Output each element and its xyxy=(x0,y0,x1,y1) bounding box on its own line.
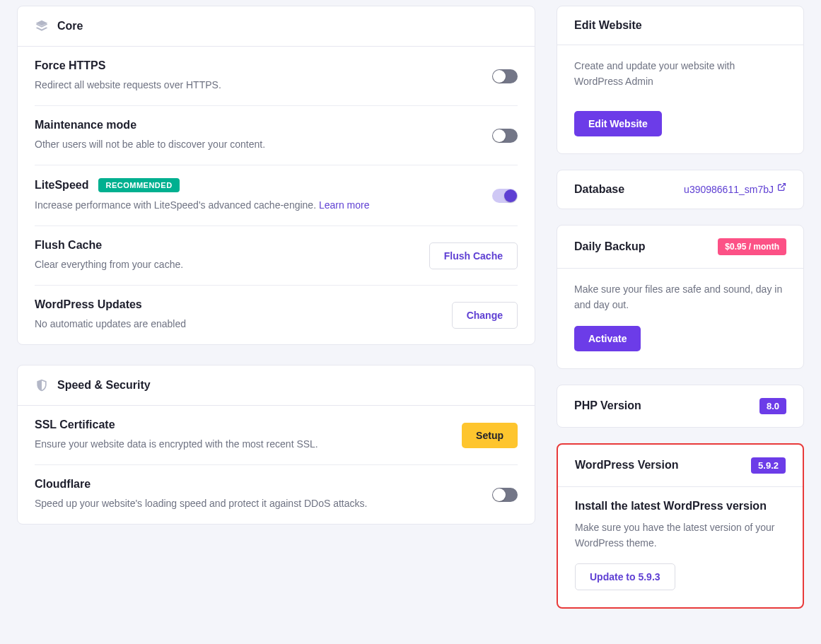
wp-updates-title: WordPress Updates xyxy=(35,298,438,311)
daily-backup-price-badge: $0.95 / month xyxy=(718,238,786,255)
ssl-title: SSL Certificate xyxy=(35,418,448,431)
force-https-toggle[interactable] xyxy=(492,69,518,83)
daily-backup-desc: Make sure your files are safe and sound,… xyxy=(574,281,786,313)
shield-icon xyxy=(35,378,49,392)
edit-website-title: Edit Website xyxy=(574,19,642,32)
core-title: Core xyxy=(57,20,83,33)
edit-website-desc: Create and update your website with Word… xyxy=(574,58,786,90)
force-https-title: Force HTTPS xyxy=(35,59,478,72)
ssl-desc: Ensure your website data is encrypted wi… xyxy=(35,437,448,452)
litespeed-desc: Increase performance with LiteSpeed's ad… xyxy=(35,198,478,213)
wp-updates-desc: No automatic updates are enabled xyxy=(35,317,438,332)
database-value: u390986611_sm7bJ xyxy=(684,184,774,195)
daily-backup-card: Daily Backup $0.95 / month Make sure you… xyxy=(557,225,804,369)
wp-install-title: Install the latest WordPress version xyxy=(575,500,786,513)
maintenance-row: Maintenance mode Other users will not be… xyxy=(35,106,518,165)
litespeed-title-row: LiteSpeed RECOMMENDED xyxy=(35,178,478,192)
edit-website-header: Edit Website xyxy=(557,6,803,45)
layers-icon xyxy=(35,19,49,33)
speed-security-card: Speed & Security SSL Certificate Ensure … xyxy=(17,365,535,525)
wp-install-desc: Make sure you have the latest version of… xyxy=(575,520,786,551)
litespeed-toggle[interactable] xyxy=(492,189,518,203)
core-card-header: Core xyxy=(18,6,535,47)
speed-security-title: Speed & Security xyxy=(57,379,151,392)
wp-updates-row: WordPress Updates No automatic updates a… xyxy=(35,286,518,344)
force-https-desc: Redirect all website requests over HTTPS… xyxy=(35,78,478,93)
ssl-setup-button[interactable]: Setup xyxy=(462,423,518,448)
litespeed-row: LiteSpeed RECOMMENDED Increase performan… xyxy=(35,165,518,226)
wp-version-card: WordPress Version 5.9.2 Install the late… xyxy=(557,443,804,609)
activate-backup-button[interactable]: Activate xyxy=(574,326,641,351)
wp-version-title: WordPress Version xyxy=(575,459,678,472)
edit-website-button[interactable]: Edit Website xyxy=(574,111,662,136)
core-card: Core Force HTTPS Redirect all website re… xyxy=(17,6,535,345)
force-https-row: Force HTTPS Redirect all website request… xyxy=(35,47,518,106)
ssl-row: SSL Certificate Ensure your website data… xyxy=(35,406,518,465)
daily-backup-title: Daily Backup xyxy=(574,240,645,253)
edit-website-card: Edit Website Create and update your webs… xyxy=(557,6,804,154)
php-version-card: PHP Version 8.0 xyxy=(557,385,804,428)
wp-version-badge: 5.9.2 xyxy=(751,457,786,474)
wp-version-header: WordPress Version 5.9.2 xyxy=(558,445,803,487)
flush-cache-desc: Clear everything from your cache. xyxy=(35,257,415,272)
cloudflare-desc: Speed up your website's loading speed an… xyxy=(35,496,478,511)
database-title: Database xyxy=(574,183,624,196)
cloudflare-row: Cloudflare Speed up your website's loadi… xyxy=(35,465,518,524)
external-link-icon xyxy=(777,182,786,192)
maintenance-title: Maintenance mode xyxy=(35,119,478,131)
cloudflare-toggle[interactable] xyxy=(492,488,518,502)
speed-security-header: Speed & Security xyxy=(18,365,535,406)
wp-update-button[interactable]: Update to 5.9.3 xyxy=(575,563,675,590)
recommended-badge: RECOMMENDED xyxy=(98,178,179,192)
flush-cache-title: Flush Cache xyxy=(35,239,415,252)
database-link[interactable]: u390986611_sm7bJ xyxy=(684,184,786,195)
litespeed-learn-more-link[interactable]: Learn more xyxy=(319,199,370,211)
cloudflare-title: Cloudflare xyxy=(35,478,478,491)
flush-cache-button[interactable]: Flush Cache xyxy=(429,242,518,269)
php-version-title: PHP Version xyxy=(574,399,641,412)
database-card: Database u390986611_sm7bJ xyxy=(557,170,804,209)
php-version-badge: 8.0 xyxy=(759,398,786,414)
maintenance-desc: Other users will not be able to discover… xyxy=(35,137,478,152)
flush-cache-row: Flush Cache Clear everything from your c… xyxy=(35,226,518,286)
wp-updates-change-button[interactable]: Change xyxy=(452,302,518,329)
litespeed-title: LiteSpeed xyxy=(35,179,88,192)
maintenance-toggle[interactable] xyxy=(492,129,518,143)
daily-backup-header: Daily Backup $0.95 / month xyxy=(557,226,803,269)
